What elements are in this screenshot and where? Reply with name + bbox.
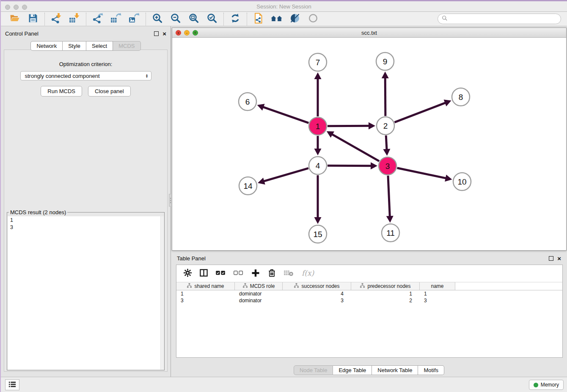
search-icon	[442, 15, 448, 23]
table-cell[interactable]: 3	[420, 298, 455, 304]
result-scrollbar[interactable]	[160, 216, 164, 370]
tree-icon	[187, 283, 192, 290]
close-window-icon[interactable]	[5, 5, 10, 10]
graph-edge-2-8[interactable]	[394, 102, 446, 122]
import-network-button[interactable]	[50, 13, 62, 25]
run-mcds-button[interactable]: Run MCDS	[41, 86, 82, 97]
tab-select[interactable]: Select	[86, 41, 113, 51]
export-table-button[interactable]	[110, 13, 122, 25]
clone-network-button[interactable]	[253, 13, 264, 25]
close-panel-icon[interactable]: ×	[162, 31, 166, 36]
table-cell[interactable]: 4	[283, 291, 351, 297]
zoom-window-icon[interactable]	[22, 5, 27, 10]
graph-edge-3-1[interactable]	[331, 134, 379, 161]
import-table-icon	[69, 13, 80, 25]
export-image-button[interactable]	[128, 13, 140, 25]
graph-edge-2-3[interactable]	[386, 135, 387, 150]
graph-edge-3-10[interactable]	[397, 168, 447, 179]
split-panel-button[interactable]	[199, 268, 208, 279]
network-graph: 1234678910111415	[172, 38, 566, 251]
open-session-button[interactable]	[9, 13, 21, 25]
zoom-fit-button[interactable]	[188, 13, 200, 25]
graph-edge-4-14[interactable]	[263, 168, 308, 181]
table-cell[interactable]: dominator	[235, 298, 283, 304]
delete-table-button[interactable]	[284, 269, 294, 278]
toolbar-group	[146, 13, 223, 25]
graph-edge-1-6[interactable]	[262, 107, 308, 123]
column-header-successor-nodes[interactable]: successor nodes	[283, 282, 351, 290]
minimize-window-icon[interactable]	[14, 5, 19, 10]
eye-button[interactable]	[307, 13, 319, 25]
table-cell[interactable]: 1	[176, 291, 235, 297]
graph-edge-4-3[interactable]	[328, 166, 372, 166]
tab-style[interactable]: Style	[63, 41, 86, 51]
export-image-icon	[129, 13, 140, 25]
task-history-button[interactable]	[5, 379, 19, 390]
tab-edge-table[interactable]: Edge Table	[333, 365, 372, 375]
tab-node-table[interactable]: Node Table	[294, 365, 333, 375]
graph-edge-1-2[interactable]	[328, 126, 370, 126]
deselect-all-button[interactable]	[233, 270, 244, 277]
table-cell[interactable]: 3	[283, 298, 351, 304]
zoom-in-button[interactable]	[151, 13, 163, 25]
search-input[interactable]	[450, 15, 557, 22]
graph-edge-3-11[interactable]	[388, 176, 390, 217]
trash-button[interactable]	[267, 268, 276, 279]
column-header-name[interactable]: name	[420, 282, 455, 290]
gear-button[interactable]	[183, 268, 192, 279]
table-row[interactable]: 1dominator411	[176, 290, 562, 297]
graph-edge-arrowhead	[369, 122, 375, 130]
graph-edge-arrowhead	[386, 216, 394, 223]
zoom-out-button[interactable]	[170, 13, 182, 25]
toolbar-group	[3, 13, 44, 25]
memory-button[interactable]: Memory	[529, 380, 564, 390]
export-network-button[interactable]	[92, 13, 104, 25]
mcds-result-box[interactable]: 13	[8, 216, 164, 370]
table-cell[interactable]: 3	[176, 298, 235, 304]
control-panel-header: Control Panel ×	[1, 29, 171, 38]
column-header-predecessor-nodes[interactable]: predecessor nodes	[351, 282, 420, 290]
close-table-panel-icon[interactable]: ×	[557, 256, 561, 261]
home-layout-button[interactable]	[271, 13, 283, 25]
tab-mcds[interactable]: MCDS	[113, 41, 140, 51]
table-cell[interactable]: 2	[351, 298, 420, 304]
column-header-MCDS-role[interactable]: MCDS role	[235, 282, 283, 290]
graph-node-label: 8	[459, 93, 463, 102]
style-visibility-button[interactable]	[289, 13, 301, 25]
tab-motifs[interactable]: Motifs	[418, 365, 444, 375]
search-box[interactable]	[438, 14, 561, 24]
refresh-button[interactable]	[229, 13, 241, 25]
graph-edge-arrowhead	[383, 149, 390, 156]
tree-icon	[360, 283, 365, 290]
network-zoom-icon[interactable]: +	[193, 30, 198, 36]
select-all-button[interactable]	[215, 270, 226, 277]
table-cell[interactable]: 1	[420, 291, 455, 297]
memory-label: Memory	[541, 382, 559, 388]
control-panel-tabs: NetworkStyleSelectMCDS	[1, 41, 171, 51]
criterion-select[interactable]: strongly connected component ▲▼	[20, 71, 151, 80]
network-close-icon[interactable]: x	[176, 30, 181, 36]
graph-node-label: 11	[386, 229, 395, 237]
network-canvas[interactable]: 1234678910111415	[172, 38, 566, 250]
optimization-criterion-label: Optimization criterion:	[4, 61, 167, 67]
table-row[interactable]: 3dominator323	[176, 297, 562, 304]
tab-network-table[interactable]: Network Table	[372, 365, 418, 375]
float-panel-icon[interactable]	[154, 31, 159, 36]
zoom-selected-button[interactable]	[206, 13, 218, 25]
graph-edge-2-9[interactable]	[385, 77, 385, 116]
node-table-panel: f(x) shared nameMCDS rolesuccessor nodes…	[176, 265, 563, 358]
network-minimize-icon[interactable]: -	[184, 30, 190, 36]
close-panel-button[interactable]: Close panel	[88, 86, 131, 97]
column-header-shared-name[interactable]: shared name	[176, 282, 235, 290]
add-button[interactable]	[251, 268, 260, 279]
network-view-window: x - + scc.txt 1234678910111415	[172, 28, 567, 251]
import-table-button[interactable]	[69, 13, 80, 25]
graph-edge-arrowhead	[314, 149, 322, 155]
save-session-button[interactable]	[27, 13, 39, 25]
graph-node-label: 3	[385, 162, 390, 171]
tab-network[interactable]: Network	[30, 41, 63, 51]
float-table-panel-icon[interactable]	[549, 256, 553, 261]
table-cell[interactable]: 1	[351, 291, 420, 297]
table-cell[interactable]: dominator	[235, 291, 283, 297]
function-button[interactable]: f(x)	[301, 268, 314, 279]
